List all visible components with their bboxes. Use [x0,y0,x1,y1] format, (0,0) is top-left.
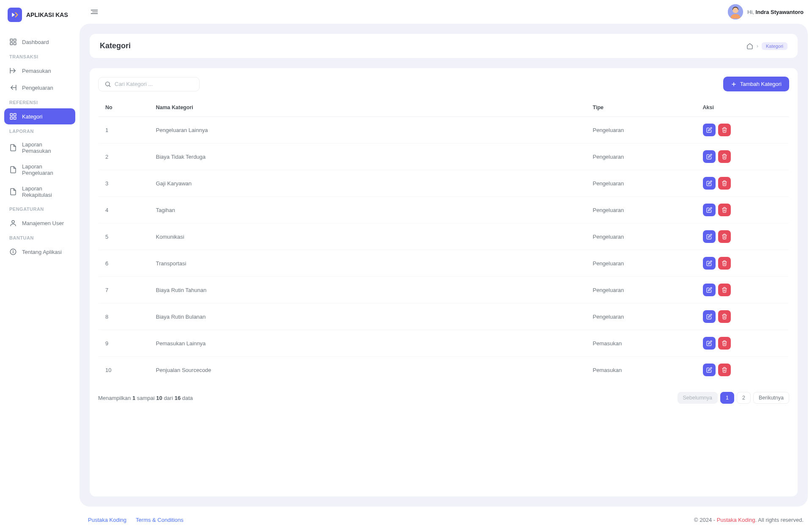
edit-button[interactable] [703,204,716,216]
cell-name: Biaya Rutin Tahunan [149,277,586,303]
brand-logo-icon [8,8,22,22]
page-prev-button[interactable]: Sebelumnya [678,392,718,404]
add-category-button[interactable]: Tambah Kategori [723,77,789,91]
nav-item-kategori[interactable]: Kategori [4,108,75,124]
table-row: 10Penjualan SourcecodePemasukan [99,357,789,383]
nav-item-label: Tentang Aplikasi [22,249,62,255]
delete-button[interactable] [718,230,731,243]
cell-no: 8 [99,303,149,330]
delete-button[interactable] [718,150,731,163]
page-1-button[interactable]: 1 [720,392,734,404]
svg-rect-5 [14,113,16,116]
nav-item-label: Dashboard [22,39,49,45]
nav-item-label: Pemasukan [22,68,51,74]
table-row: 8Biaya Rutin BulananPengeluaran [99,303,789,330]
cell-name: Komunikasi [149,223,586,250]
cell-type: Pengeluaran [586,197,696,223]
cell-no: 1 [99,117,149,143]
edit-button[interactable] [703,230,716,243]
nav-item-laporan-rekapitulasi[interactable]: Laporan Rekapitulasi [4,181,75,202]
grid-icon [9,38,17,46]
nav-item-tentang-aplikasi[interactable]: Tentang Aplikasi [4,244,75,260]
delete-button[interactable] [718,257,731,270]
info-icon [9,248,17,256]
cell-no: 6 [99,250,149,277]
cell-name: Biaya Tidak Terduga [149,143,586,170]
edit-button[interactable] [703,150,716,163]
home-icon[interactable] [746,43,753,50]
add-button-label: Tambah Kategori [740,81,782,87]
brand[interactable]: APLIKASI KAS [4,4,75,25]
delete-button[interactable] [718,310,731,323]
cell-no: 2 [99,143,149,170]
page-2-button[interactable]: 2 [737,392,751,404]
delete-button[interactable] [718,284,731,296]
nav-item-laporan-pengeluaran[interactable]: Laporan Pengeluaran [4,159,75,180]
nav-item-pengeluaran[interactable]: Pengeluaran [4,80,75,96]
page-next-button[interactable]: Berikutnya [753,392,789,404]
data-card: Tambah Kategori No Nama Kategori Tipe Ak… [90,68,798,496]
cell-type: Pengeluaran [586,117,696,143]
svg-rect-7 [14,117,16,119]
cell-name: Pengeluaran Lainnya [149,117,586,143]
edit-button[interactable] [703,177,716,190]
cell-type: Pengeluaran [586,223,696,250]
brand-text: APLIKASI KAS [26,11,68,18]
file-icon [9,144,17,152]
footer-brand-link[interactable]: Pustaka Koding [717,517,755,523]
search-input[interactable] [115,81,193,87]
cell-type: Pengeluaran [586,170,696,197]
table-row: 2Biaya Tidak TerdugaPengeluaran [99,143,789,170]
delete-button[interactable] [718,364,731,376]
delete-button[interactable] [718,124,731,136]
delete-button[interactable] [718,177,731,190]
edit-button[interactable] [703,257,716,270]
nav-header: LAPORAN [4,125,75,137]
cell-type: Pemasukan [586,357,696,383]
cell-name: Biaya Rutin Bulanan [149,303,586,330]
edit-button[interactable] [703,364,716,376]
search-box[interactable] [98,77,200,91]
table-row: 3Gaji KaryawanPengeluaran [99,170,789,197]
nav-item-label: Manajemen User [22,220,64,226]
sidebar: APLIKASI KAS DashboardTRANSAKSIPemasukan… [0,0,80,529]
user-icon [9,219,17,227]
cell-type: Pemasukan [586,330,696,357]
edit-button[interactable] [703,124,716,136]
cell-name: Transportasi [149,250,586,277]
nav-header: PENGATURAN [4,203,75,215]
cell-type: Pengeluaran [586,277,696,303]
edit-button[interactable] [703,284,716,296]
svg-rect-1 [14,39,16,41]
breadcrumb-current: Kategori [762,42,787,50]
cell-name: Gaji Karyawan [149,170,586,197]
nav-header: REFERENSI [4,96,75,108]
footer-link-pustaka[interactable]: Pustaka Koding [88,517,126,523]
nav-item-label: Pengeluaran [22,85,53,91]
nav-item-label: Laporan Pengeluaran [22,163,70,176]
cell-no: 4 [99,197,149,223]
cell-no: 9 [99,330,149,357]
delete-button[interactable] [718,204,731,216]
cell-no: 5 [99,223,149,250]
nav-header: BANTUAN [4,232,75,244]
nav-item-laporan-pemasukan[interactable]: Laporan Pemasukan [4,137,75,158]
edit-button[interactable] [703,337,716,350]
edit-button[interactable] [703,310,716,323]
cell-type: Pengeluaran [586,143,696,170]
cell-no: 7 [99,277,149,303]
footer-link-terms[interactable]: Terms & Conditions [136,517,184,523]
cell-name: Penjualan Sourcecode [149,357,586,383]
nav: DashboardTRANSAKSIPemasukanPengeluaranRE… [4,34,75,261]
nav-item-pemasukan[interactable]: Pemasukan [4,63,75,79]
th-action: Aksi [696,99,789,117]
table-row: 7Biaya Rutin TahunanPengeluaran [99,277,789,303]
nav-item-dashboard[interactable]: Dashboard [4,34,75,50]
breadcrumb: › Kategori [746,42,787,50]
menu-toggle-button[interactable] [88,6,101,18]
user-menu[interactable]: Hi, Indra Styawantoro [728,4,804,19]
nav-item-manajemen-user[interactable]: Manajemen User [4,215,75,231]
nav-header: TRANSAKSI [4,51,75,63]
delete-button[interactable] [718,337,731,350]
page-header: Kategori › Kategori [90,34,798,58]
